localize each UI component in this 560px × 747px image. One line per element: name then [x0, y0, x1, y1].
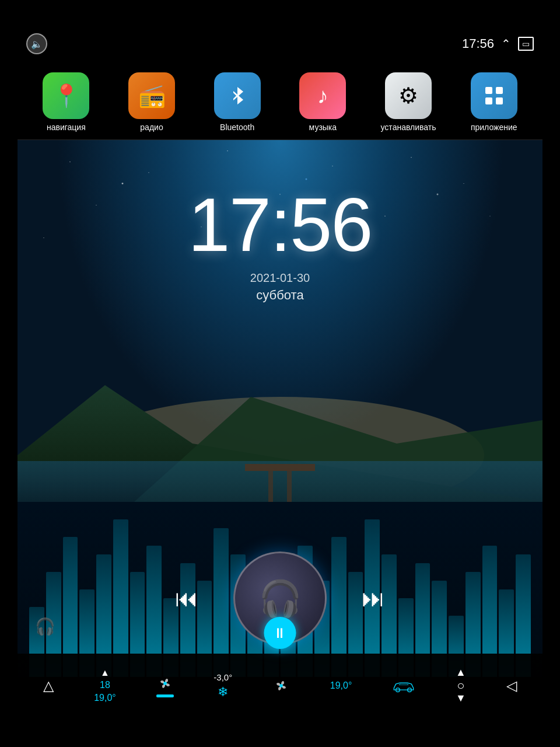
clock-day: суббота — [18, 288, 542, 303]
headphone-icon: 🎧 — [258, 578, 302, 619]
nav-arrows: ▲ ○ ▼ — [456, 666, 466, 704]
bottom-bar: △ ▲ 18 19,0° -3,0° ❄ — [18, 654, 542, 718]
nav-back-arrow[interactable]: ◁ — [506, 678, 517, 694]
app-nav[interactable]: 📍 навигация — [23, 72, 109, 132]
clock-time: 17:56 — [18, 187, 542, 263]
app-bar-divider — [18, 139, 542, 140]
svg-rect-7 — [268, 471, 273, 502]
app-settings[interactable]: ⚙ устанавливать — [366, 72, 452, 132]
app-bluetooth[interactable]: Bluetooth — [194, 72, 280, 132]
bluetooth-label: Bluetooth — [220, 123, 254, 132]
status-right: 17:56 ⌃ ▭ — [462, 36, 534, 51]
volume-button[interactable]: 🔈 — [26, 33, 47, 54]
car-icon-area[interactable] — [392, 679, 415, 693]
fan-left[interactable] — [156, 675, 174, 697]
settings-icon: ⚙ — [385, 72, 432, 119]
radio-icon: 📻 — [128, 72, 175, 119]
next-button[interactable]: ⏭ — [362, 585, 385, 612]
right-temp-value: 19,0° — [330, 680, 352, 691]
nav-up-arrow[interactable]: ▲ — [456, 666, 466, 679]
nav-label: навигация — [47, 123, 86, 132]
fan-bar — [156, 694, 174, 697]
main-area: 17:56 2021-01-30 суббота — [18, 140, 542, 502]
svg-rect-6 — [245, 464, 315, 471]
app-radio[interactable]: 📻 радио — [109, 72, 195, 132]
nav-home-circle[interactable]: ○ — [457, 679, 464, 692]
svg-rect-1 — [496, 87, 503, 94]
nav-down-arrow[interactable]: ▼ — [456, 692, 466, 705]
chevron-up-icon[interactable]: ⌃ — [501, 37, 511, 51]
nav-icon: 📍 — [43, 72, 89, 119]
left-temp-up[interactable]: △ — [43, 678, 54, 694]
right-temp-control: 19,0° — [330, 680, 352, 691]
left-temp-up-small[interactable]: ▲ — [100, 668, 110, 678]
bluetooth-icon — [214, 72, 261, 119]
album-art: 🎧 ⏸ — [233, 551, 327, 645]
left-temp-control: ▲ 18 19,0° — [94, 668, 116, 703]
nav-back[interactable]: ◁ — [506, 678, 517, 694]
car-icon — [392, 679, 415, 693]
clock-display: 17:56 2021-01-30 суббота — [18, 187, 542, 303]
svg-rect-8 — [287, 471, 292, 502]
mountain-svg — [18, 338, 542, 502]
headphone-left-icon: 🎧 — [35, 617, 55, 636]
settings-label: устанавливать — [381, 123, 436, 132]
music-controls: ⏮ 🎧 ⏸ ⏭ — [175, 551, 385, 645]
clock-date: 2021-01-30 — [18, 271, 542, 285]
prev-button[interactable]: ⏮ — [175, 585, 198, 612]
apps-label: приложение — [471, 123, 517, 132]
snowflake-icon: ❄ — [218, 685, 228, 700]
wallpaper: 17:56 2021-01-30 суббота — [18, 140, 542, 502]
status-clock: 17:56 — [462, 36, 494, 51]
pause-button[interactable]: ⏸ — [264, 617, 296, 649]
volume-icon: 🔈 — [31, 39, 43, 50]
radio-label: радио — [140, 123, 163, 132]
svg-rect-3 — [496, 97, 503, 104]
music-area: 🎧 ⏮ 🎧 ⏸ ⏭ — [18, 502, 542, 677]
apps-icon — [471, 72, 517, 119]
window-icon[interactable]: ▭ — [518, 37, 534, 51]
left-temp-up-arrow[interactable]: △ — [43, 678, 54, 694]
music-app-icon: ♪ — [299, 72, 346, 119]
left-temp-degree: 19,0° — [94, 693, 116, 703]
svg-rect-2 — [485, 97, 492, 104]
left-temp-value: 18 — [100, 680, 110, 690]
status-bar: 🔈 17:56 ⌃ ▭ — [18, 29, 542, 58]
music-label: музыка — [309, 123, 337, 132]
app-music[interactable]: ♪ музыка — [280, 72, 366, 132]
fan-left-icon — [156, 675, 174, 692]
fan-right[interactable] — [272, 677, 290, 694]
fan-right-icon — [272, 677, 290, 694]
app-launcher[interactable]: приложение — [451, 72, 537, 132]
app-bar: 📍 навигация 📻 радио Bluetooth ♪ музыка — [18, 58, 542, 140]
center-temp-value: -3,0° — [214, 672, 232, 682]
svg-rect-0 — [485, 87, 492, 94]
center-temp: -3,0° ❄ — [214, 672, 232, 700]
